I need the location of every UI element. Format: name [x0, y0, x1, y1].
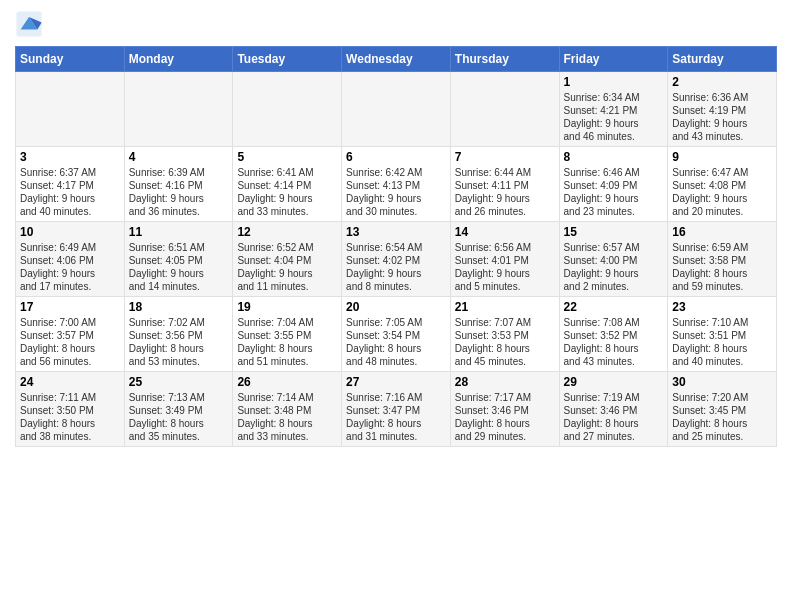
day-number: 12 — [237, 225, 337, 239]
calendar-table: SundayMondayTuesdayWednesdayThursdayFrid… — [15, 46, 777, 447]
calendar-cell: 29Sunrise: 7:19 AM Sunset: 3:46 PM Dayli… — [559, 372, 668, 447]
day-number: 11 — [129, 225, 229, 239]
calendar-cell — [450, 72, 559, 147]
day-info: Sunrise: 6:51 AM Sunset: 4:05 PM Dayligh… — [129, 241, 229, 293]
day-number: 20 — [346, 300, 446, 314]
day-number: 19 — [237, 300, 337, 314]
day-info: Sunrise: 6:34 AM Sunset: 4:21 PM Dayligh… — [564, 91, 664, 143]
day-number: 6 — [346, 150, 446, 164]
day-number: 27 — [346, 375, 446, 389]
day-info: Sunrise: 7:17 AM Sunset: 3:46 PM Dayligh… — [455, 391, 555, 443]
calendar-cell: 11Sunrise: 6:51 AM Sunset: 4:05 PM Dayli… — [124, 222, 233, 297]
day-number: 23 — [672, 300, 772, 314]
calendar-cell: 16Sunrise: 6:59 AM Sunset: 3:58 PM Dayli… — [668, 222, 777, 297]
calendar-cell: 8Sunrise: 6:46 AM Sunset: 4:09 PM Daylig… — [559, 147, 668, 222]
calendar-header-row: SundayMondayTuesdayWednesdayThursdayFrid… — [16, 47, 777, 72]
day-number: 29 — [564, 375, 664, 389]
day-info: Sunrise: 7:10 AM Sunset: 3:51 PM Dayligh… — [672, 316, 772, 368]
calendar-cell: 2Sunrise: 6:36 AM Sunset: 4:19 PM Daylig… — [668, 72, 777, 147]
calendar-cell: 13Sunrise: 6:54 AM Sunset: 4:02 PM Dayli… — [342, 222, 451, 297]
calendar-cell: 6Sunrise: 6:42 AM Sunset: 4:13 PM Daylig… — [342, 147, 451, 222]
calendar-week-row: 17Sunrise: 7:00 AM Sunset: 3:57 PM Dayli… — [16, 297, 777, 372]
day-info: Sunrise: 6:42 AM Sunset: 4:13 PM Dayligh… — [346, 166, 446, 218]
calendar-cell: 23Sunrise: 7:10 AM Sunset: 3:51 PM Dayli… — [668, 297, 777, 372]
calendar-week-row: 1Sunrise: 6:34 AM Sunset: 4:21 PM Daylig… — [16, 72, 777, 147]
day-info: Sunrise: 6:56 AM Sunset: 4:01 PM Dayligh… — [455, 241, 555, 293]
calendar-cell: 18Sunrise: 7:02 AM Sunset: 3:56 PM Dayli… — [124, 297, 233, 372]
day-number: 7 — [455, 150, 555, 164]
day-number: 18 — [129, 300, 229, 314]
day-info: Sunrise: 6:52 AM Sunset: 4:04 PM Dayligh… — [237, 241, 337, 293]
day-number: 28 — [455, 375, 555, 389]
calendar-cell: 7Sunrise: 6:44 AM Sunset: 4:11 PM Daylig… — [450, 147, 559, 222]
calendar-cell: 4Sunrise: 6:39 AM Sunset: 4:16 PM Daylig… — [124, 147, 233, 222]
day-number: 30 — [672, 375, 772, 389]
day-info: Sunrise: 7:13 AM Sunset: 3:49 PM Dayligh… — [129, 391, 229, 443]
calendar-cell: 26Sunrise: 7:14 AM Sunset: 3:48 PM Dayli… — [233, 372, 342, 447]
day-info: Sunrise: 7:05 AM Sunset: 3:54 PM Dayligh… — [346, 316, 446, 368]
day-info: Sunrise: 6:57 AM Sunset: 4:00 PM Dayligh… — [564, 241, 664, 293]
day-header-friday: Friday — [559, 47, 668, 72]
day-info: Sunrise: 7:04 AM Sunset: 3:55 PM Dayligh… — [237, 316, 337, 368]
calendar-cell: 30Sunrise: 7:20 AM Sunset: 3:45 PM Dayli… — [668, 372, 777, 447]
day-number: 22 — [564, 300, 664, 314]
day-info: Sunrise: 6:36 AM Sunset: 4:19 PM Dayligh… — [672, 91, 772, 143]
day-number: 16 — [672, 225, 772, 239]
day-number: 26 — [237, 375, 337, 389]
calendar-cell: 21Sunrise: 7:07 AM Sunset: 3:53 PM Dayli… — [450, 297, 559, 372]
day-number: 9 — [672, 150, 772, 164]
calendar-cell: 22Sunrise: 7:08 AM Sunset: 3:52 PM Dayli… — [559, 297, 668, 372]
calendar-cell: 28Sunrise: 7:17 AM Sunset: 3:46 PM Dayli… — [450, 372, 559, 447]
day-info: Sunrise: 6:47 AM Sunset: 4:08 PM Dayligh… — [672, 166, 772, 218]
calendar-week-row: 24Sunrise: 7:11 AM Sunset: 3:50 PM Dayli… — [16, 372, 777, 447]
day-number: 13 — [346, 225, 446, 239]
day-number: 17 — [20, 300, 120, 314]
day-header-thursday: Thursday — [450, 47, 559, 72]
day-info: Sunrise: 6:39 AM Sunset: 4:16 PM Dayligh… — [129, 166, 229, 218]
day-info: Sunrise: 7:14 AM Sunset: 3:48 PM Dayligh… — [237, 391, 337, 443]
day-info: Sunrise: 7:20 AM Sunset: 3:45 PM Dayligh… — [672, 391, 772, 443]
calendar-cell: 15Sunrise: 6:57 AM Sunset: 4:00 PM Dayli… — [559, 222, 668, 297]
calendar-cell: 14Sunrise: 6:56 AM Sunset: 4:01 PM Dayli… — [450, 222, 559, 297]
day-number: 3 — [20, 150, 120, 164]
day-info: Sunrise: 7:00 AM Sunset: 3:57 PM Dayligh… — [20, 316, 120, 368]
day-number: 2 — [672, 75, 772, 89]
calendar-cell — [342, 72, 451, 147]
day-number: 1 — [564, 75, 664, 89]
calendar-cell — [233, 72, 342, 147]
calendar-cell: 17Sunrise: 7:00 AM Sunset: 3:57 PM Dayli… — [16, 297, 125, 372]
day-info: Sunrise: 7:07 AM Sunset: 3:53 PM Dayligh… — [455, 316, 555, 368]
day-number: 15 — [564, 225, 664, 239]
calendar-cell: 24Sunrise: 7:11 AM Sunset: 3:50 PM Dayli… — [16, 372, 125, 447]
day-info: Sunrise: 7:19 AM Sunset: 3:46 PM Dayligh… — [564, 391, 664, 443]
calendar-week-row: 10Sunrise: 6:49 AM Sunset: 4:06 PM Dayli… — [16, 222, 777, 297]
calendar-cell — [124, 72, 233, 147]
day-info: Sunrise: 6:44 AM Sunset: 4:11 PM Dayligh… — [455, 166, 555, 218]
day-info: Sunrise: 6:59 AM Sunset: 3:58 PM Dayligh… — [672, 241, 772, 293]
day-number: 10 — [20, 225, 120, 239]
day-header-tuesday: Tuesday — [233, 47, 342, 72]
day-number: 4 — [129, 150, 229, 164]
calendar-cell: 19Sunrise: 7:04 AM Sunset: 3:55 PM Dayli… — [233, 297, 342, 372]
calendar-cell: 20Sunrise: 7:05 AM Sunset: 3:54 PM Dayli… — [342, 297, 451, 372]
calendar-cell: 5Sunrise: 6:41 AM Sunset: 4:14 PM Daylig… — [233, 147, 342, 222]
day-info: Sunrise: 6:46 AM Sunset: 4:09 PM Dayligh… — [564, 166, 664, 218]
calendar-cell: 27Sunrise: 7:16 AM Sunset: 3:47 PM Dayli… — [342, 372, 451, 447]
day-info: Sunrise: 6:54 AM Sunset: 4:02 PM Dayligh… — [346, 241, 446, 293]
day-info: Sunrise: 6:37 AM Sunset: 4:17 PM Dayligh… — [20, 166, 120, 218]
calendar-week-row: 3Sunrise: 6:37 AM Sunset: 4:17 PM Daylig… — [16, 147, 777, 222]
calendar-cell: 25Sunrise: 7:13 AM Sunset: 3:49 PM Dayli… — [124, 372, 233, 447]
day-header-saturday: Saturday — [668, 47, 777, 72]
calendar-cell — [16, 72, 125, 147]
day-number: 8 — [564, 150, 664, 164]
day-number: 21 — [455, 300, 555, 314]
calendar-cell: 10Sunrise: 6:49 AM Sunset: 4:06 PM Dayli… — [16, 222, 125, 297]
calendar-cell: 9Sunrise: 6:47 AM Sunset: 4:08 PM Daylig… — [668, 147, 777, 222]
day-header-sunday: Sunday — [16, 47, 125, 72]
calendar-cell: 3Sunrise: 6:37 AM Sunset: 4:17 PM Daylig… — [16, 147, 125, 222]
day-number: 5 — [237, 150, 337, 164]
day-number: 25 — [129, 375, 229, 389]
calendar-cell: 12Sunrise: 6:52 AM Sunset: 4:04 PM Dayli… — [233, 222, 342, 297]
day-header-wednesday: Wednesday — [342, 47, 451, 72]
day-number: 14 — [455, 225, 555, 239]
